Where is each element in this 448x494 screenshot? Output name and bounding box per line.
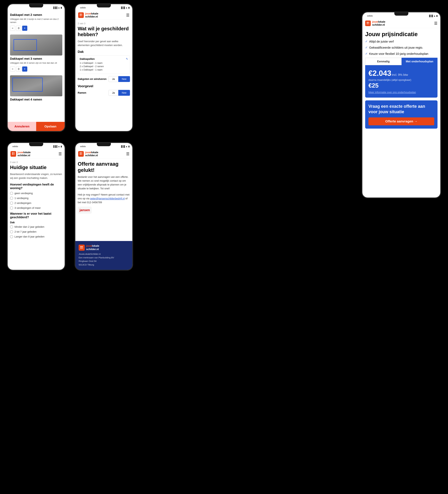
radio-label-1: 1 verdieping: [14, 197, 28, 200]
price-link[interactable]: Meer informatie over ons onderhoudsplan: [369, 91, 434, 94]
svg-point-18: [80, 247, 82, 249]
check-icon-3: ✓: [365, 52, 368, 55]
footer-line2: Een merknaam van Planbuilding BV: [79, 256, 129, 259]
dakkapel-item-a: 1 x Dakkapel - 1 raam: [80, 62, 128, 64]
footer-section: jouwlokale schilder.nl JouwLokaleSchilde…: [75, 241, 132, 270]
radio-label-geen: geen verdieping: [14, 192, 33, 195]
phone-4: odido ▐▐▐ ▲ ▮ jouwlokale: [7, 142, 65, 271]
check-text-3: Keuze voor flexibel 10-jarig onderhoudsp…: [369, 52, 428, 56]
logo-text-3: jouwlokale schilder.nl: [372, 20, 385, 26]
provider-label-2: odido: [78, 6, 88, 10]
notch-5: [97, 143, 111, 146]
battery-icon-2: ▮: [128, 6, 129, 9]
radio-2to7: 2 tot 7 jaar geleden: [10, 230, 62, 233]
price-main: €2.043: [369, 69, 391, 77]
hamburger-4[interactable]: ☰: [58, 152, 62, 156]
price-title: Jouw prijsindicatie: [365, 31, 437, 37]
check-icon-2: ✓: [365, 46, 368, 49]
dakgoten-yn-btns: Ja Nee: [108, 76, 130, 82]
radio-circle-geen[interactable]: [10, 192, 13, 195]
radio-circle-1[interactable]: [10, 197, 13, 200]
battery-icon: ▮: [61, 6, 62, 9]
phone3-content: Jouw prijsindicatie ✓ Altijd de juiste v…: [362, 28, 440, 134]
nav-bar-2: jouwlokale schilder.nl ☰: [75, 11, 132, 20]
check-item-3: ✓ Keuze voor flexibel 10-jarig onderhoud…: [365, 52, 437, 56]
counter-minus-2[interactable]: −: [10, 66, 15, 72]
ramen-ja-btn[interactable]: Ja: [108, 90, 118, 96]
contact-email[interactable]: peter@jansenschilderbedrijf.nl: [90, 197, 125, 200]
tab-onderhoudsplan[interactable]: Met onderhoudsplan: [402, 58, 437, 65]
wifi-icon-3: ▲: [434, 15, 436, 17]
check-item-1: ✓ Altijd de juiste verf: [365, 39, 437, 44]
dakkapel-item-c: 1 x Dakkapel - 1 raam: [80, 68, 128, 71]
dakgoten-nee-btn[interactable]: Nee: [118, 76, 130, 82]
svg-point-13: [81, 152, 82, 154]
wifi-icon-4: ▲: [58, 145, 60, 148]
footer-line3: Ringbaan Oost 94: [79, 259, 129, 263]
signal-icon-3: ▐▐▐: [428, 15, 433, 17]
counter-plus-2[interactable]: +: [22, 66, 27, 72]
nav-bar-5: jouwlokale schilder.nl ☰: [75, 149, 132, 159]
save-button[interactable]: Opslaan: [36, 122, 65, 131]
check-text-1: Altijd de juiste verf: [369, 39, 394, 44]
radio-2: 2 verdiepingen: [10, 202, 62, 205]
dakkapel-img-2: [10, 35, 62, 55]
svg-point-0: [80, 14, 81, 15]
status-icons-2: ▐▐▐ ▲ ▮: [120, 6, 129, 9]
svg-point-7: [368, 23, 369, 24]
radio-circle-3[interactable]: [10, 207, 13, 210]
logo-text-4: jouwlokale schilder.nl: [17, 151, 31, 157]
svg-point-10: [12, 154, 13, 155]
ramen-label: Ramen: [78, 91, 86, 94]
logo-icon-4: [11, 151, 16, 157]
edit-icon[interactable]: ✎: [126, 58, 128, 61]
wifi-icon-2: ▲: [126, 7, 128, 9]
radio-label-2: 2 verdiepingen: [14, 202, 31, 205]
logo-bold-2: lokale: [91, 12, 98, 15]
svg-point-17: [82, 246, 83, 247]
radio-gt8: Langer dan 8 jaar geleden: [10, 235, 62, 238]
ramen-yn-btns: Ja Nee: [108, 90, 130, 96]
radio-circle-gt8[interactable]: [10, 235, 13, 238]
q1-title: Hoeveel verdiepingen heeft de woning?: [10, 183, 62, 190]
radio-circle-2to7[interactable]: [10, 230, 13, 233]
status-icons-4: ▐▐▐ ▲ ▮: [53, 145, 62, 148]
counter-minus-1[interactable]: −: [10, 26, 15, 31]
hamburger-5[interactable]: ☰: [126, 152, 129, 156]
logo-block-2: jouwlokale schilder.nl: [78, 12, 98, 18]
main-question-2: Wat wil je geschilderd hebben?: [78, 26, 130, 37]
wifi-icon: ▲: [58, 7, 60, 9]
svg-point-15: [81, 154, 82, 155]
logo-icon-3: [365, 21, 371, 26]
cta-title: Vraag een exacte offerte aan voor jouw s…: [369, 104, 434, 115]
dakgoten-label: Dakgoten en windveren: [78, 77, 106, 81]
hamburger-2[interactable]: ☰: [126, 13, 129, 17]
notch-3: [394, 12, 408, 16]
cta-button[interactable]: Offerte aanvragen →: [369, 117, 434, 125]
dakgoten-row: Dakgoten en windveren Ja Nee: [78, 76, 130, 82]
provider-label-5: odido: [78, 145, 88, 148]
footer-info: JouwLokaleSchilder.nl Een merknaam van P…: [79, 252, 129, 267]
tab-eenmalig[interactable]: Eenmalig: [365, 58, 402, 65]
dakgoten-ja-btn[interactable]: Ja: [108, 76, 118, 82]
cancel-button[interactable]: Annuleren: [8, 122, 36, 131]
signal-icon-2: ▐▐▐: [120, 7, 125, 9]
hamburger-3[interactable]: ☰: [434, 21, 437, 25]
radio-label-lt2: Minder dan 2 jaar geleden: [14, 225, 44, 228]
phone5-content: Offerte aanvraag gelukt! Bedankt voor he…: [75, 159, 132, 218]
price-btw: incl. 9% btw: [392, 73, 408, 76]
success-desc: Bedankt voor het aanvragen van een offer…: [78, 175, 130, 190]
radio-3plus: 3 verdiepingen of meer: [10, 207, 62, 210]
section-dak-2: Dak: [78, 50, 130, 54]
counter-plus-1[interactable]: +: [22, 26, 27, 31]
radio-circle-2[interactable]: [10, 202, 13, 205]
battery-icon-3: ▮: [436, 14, 437, 17]
check-item-2: ✓ Gekwalificeerde schilders uit jouw reg…: [365, 46, 437, 50]
notch-4: [29, 143, 43, 146]
ramen-nee-btn[interactable]: Nee: [118, 90, 130, 96]
radio-circle-lt2[interactable]: [10, 225, 13, 228]
radio-label-3: 3 verdiepingen of meer: [14, 207, 41, 210]
svg-point-16: [80, 246, 82, 247]
phone1-content: Dakkapel met 2 ramen Uitleggen dat dit 1…: [8, 11, 65, 107]
svg-point-12: [80, 152, 81, 154]
